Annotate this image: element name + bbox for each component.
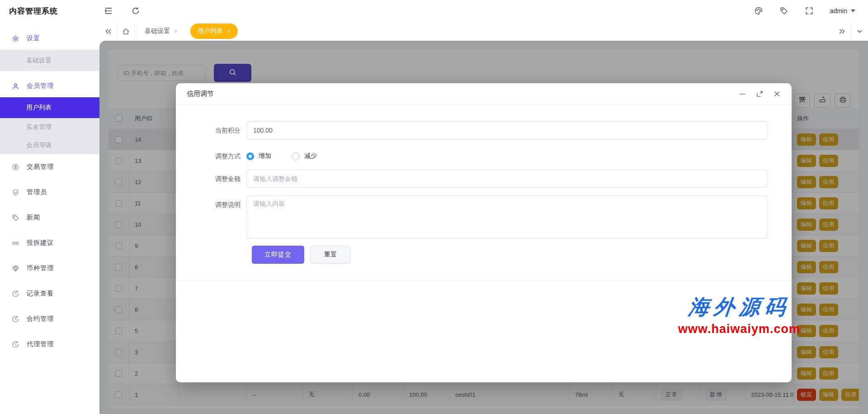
sidebar-subitem-label: 会员等级 [26, 141, 52, 149]
sidebar-item-3[interactable]: 用户列表 [0, 97, 99, 118]
sidebar-item-5[interactable]: 会员等级 [0, 136, 99, 154]
adjust-remark-textarea[interactable] [246, 195, 767, 239]
sidebar-item-label: 代理管理 [27, 340, 54, 348]
reset-button[interactable]: 重置 [310, 246, 351, 264]
sidebar-item-label: 会员管理 [27, 82, 54, 90]
sidebar-item-label: 投拆建议 [27, 239, 54, 247]
gear-icon [12, 35, 19, 43]
user-name: admin [830, 7, 847, 14]
sidebar-item-11[interactable]: 记录查看 [0, 281, 99, 306]
tab-bar: 基础设置 × 用户列表 × [99, 22, 868, 41]
credit-adjust-modal: 信用调节 当前积分 调整方式 增加 [176, 83, 792, 382]
history-icon [12, 315, 19, 323]
sidebar-item-label: 设置 [27, 34, 40, 43]
main-content: 用户ID操作14编辑信用13编辑信用12编辑信用11编辑信用10编辑信用9编辑信… [99, 41, 868, 414]
dollar-icon [12, 163, 19, 171]
field-adjust-amount: 调整金额 [176, 170, 767, 188]
minimize-icon[interactable] [739, 90, 746, 98]
tabs-scroll-left-button[interactable] [99, 28, 117, 35]
app-title: 内容管理系统 [9, 6, 104, 16]
refresh-button[interactable] [131, 6, 140, 15]
sidebar-item-1[interactable]: 基础设置 [0, 50, 99, 71]
radio-decrease[interactable] [292, 152, 300, 160]
sidebar-item-7[interactable]: 管理员 [0, 180, 99, 205]
sidebar-item-label: 管理员 [27, 188, 47, 196]
tab-label: 用户列表 [198, 27, 223, 35]
sidebar-item-label: 记录查看 [27, 290, 54, 298]
sidebar-item-9[interactable]: 投拆建议 [0, 230, 99, 256]
close-icon[interactable]: × [227, 28, 231, 34]
field-adjust-remark: 调整说明 [176, 195, 767, 239]
adjust-amount-input[interactable] [246, 170, 767, 188]
tag-icon[interactable] [779, 6, 788, 15]
current-points-input[interactable] [246, 121, 767, 139]
radio-decrease-label[interactable]: 减少 [304, 152, 317, 160]
sidebar-subitem-label: 用户列表 [26, 104, 52, 112]
close-icon[interactable]: × [174, 28, 178, 34]
sidebar-subitem-label: 基础设置 [26, 57, 52, 65]
field-label: 调整金额 [176, 170, 246, 188]
tabs-menu-button[interactable] [851, 28, 868, 35]
sidebar-subitem-label: 实名管理 [26, 123, 52, 131]
sidebar-item-4[interactable]: 实名管理 [0, 118, 99, 136]
tag-icon [12, 214, 19, 222]
tabs-scroll-right-button[interactable] [833, 28, 850, 35]
sidebar-item-6[interactable]: 交易管理 [0, 154, 99, 180]
refresh-icon [131, 6, 140, 15]
field-label: 当前积分 [176, 121, 246, 139]
field-label: 调整方式 [176, 147, 246, 165]
sidebar-item-label: 新闻 [27, 214, 40, 222]
menu-fold-button[interactable] [104, 6, 113, 15]
history-icon [12, 341, 19, 348]
sidebar-item-10[interactable]: 币种管理 [0, 256, 99, 281]
gem-icon [12, 265, 19, 272]
submit-button[interactable]: 立即提交 [252, 246, 304, 264]
link-icon [12, 239, 19, 247]
sidebar-item-12[interactable]: 合约管理 [0, 306, 99, 332]
tab-user-list[interactable]: 用户列表 × [190, 24, 238, 39]
sidebar-item-2[interactable]: 会员管理 [0, 75, 99, 97]
modal-header: 信用调节 [176, 83, 792, 105]
sidebar: 设置基础设置会员管理用户列表实名管理会员等级交易管理管理员新闻投拆建议币种管理记… [0, 22, 99, 414]
chevron-down-icon [851, 10, 855, 12]
home-tab-button[interactable] [117, 28, 134, 35]
divider [176, 280, 792, 281]
sidebar-item-13[interactable]: 代理管理 [0, 332, 99, 357]
sidebar-item-label: 交易管理 [27, 163, 54, 171]
maximize-icon[interactable] [756, 90, 764, 98]
divider [134, 22, 135, 40]
sidebar-item-label: 合约管理 [27, 315, 54, 323]
tab-basic-settings[interactable]: 基础设置 × [137, 24, 185, 39]
fullscreen-icon[interactable] [805, 6, 814, 15]
radio-increase-label[interactable]: 增加 [259, 152, 271, 160]
sidebar-item-0[interactable]: 设置 [0, 27, 99, 50]
field-label: 调整说明 [176, 195, 246, 239]
sidebar-item-8[interactable]: 新闻 [0, 205, 99, 230]
radio-increase[interactable] [246, 152, 254, 160]
modal-title: 信用调节 [187, 90, 214, 98]
close-icon[interactable] [773, 90, 781, 98]
history-icon [12, 290, 19, 298]
sidebar-item-label: 币种管理 [27, 264, 54, 272]
app-header: 内容管理系统 admin [0, 0, 868, 22]
tab-label: 基础设置 [145, 27, 170, 35]
user-menu[interactable]: admin [830, 7, 855, 14]
shield-icon [12, 189, 19, 196]
field-current-points: 当前积分 [176, 121, 767, 139]
palette-icon[interactable] [754, 6, 763, 15]
field-adjust-method: 调整方式 增加 减少 [176, 147, 317, 165]
menu-fold-icon [104, 6, 113, 15]
user-icon [12, 82, 19, 90]
